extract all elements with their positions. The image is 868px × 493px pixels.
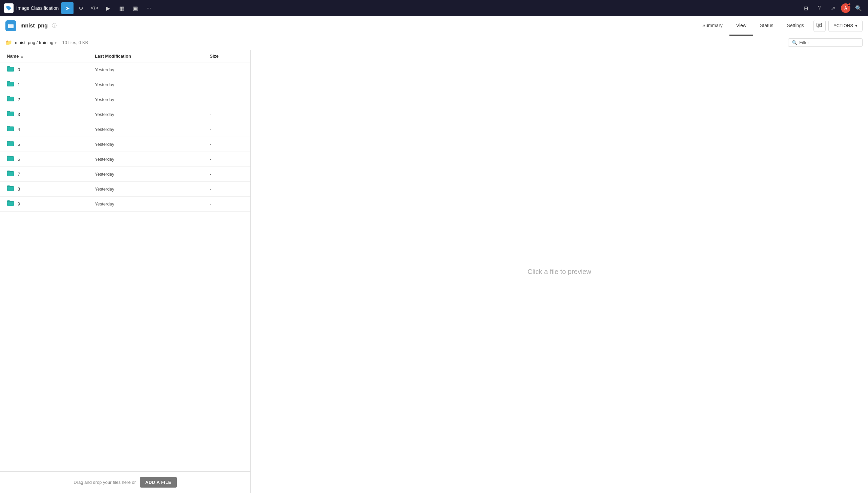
- file-modification: Yesterday: [95, 97, 210, 102]
- file-size: -: [210, 67, 244, 72]
- file-name: 6: [18, 157, 20, 162]
- nav-settings-btn[interactable]: ⚙: [75, 2, 87, 14]
- file-name-cell: 5: [7, 140, 95, 148]
- file-name: 4: [18, 127, 20, 132]
- project-icon: [5, 20, 16, 31]
- avatar[interactable]: A: [841, 3, 850, 13]
- table-row[interactable]: 5 Yesterday -: [0, 137, 250, 152]
- folder-icon: [7, 185, 14, 193]
- file-name: 7: [18, 172, 20, 177]
- file-name-cell: 8: [7, 185, 95, 193]
- table-row[interactable]: 8 Yesterday -: [0, 182, 250, 197]
- table-row[interactable]: 6 Yesterday -: [0, 152, 250, 167]
- file-modification: Yesterday: [95, 142, 210, 147]
- breadcrumb-chevron-icon: ▾: [55, 40, 57, 45]
- folder-icon: [7, 96, 14, 103]
- file-modification: Yesterday: [95, 82, 210, 87]
- svg-rect-1: [817, 23, 822, 27]
- table-row[interactable]: 1 Yesterday -: [0, 77, 250, 92]
- folder-icon: [7, 140, 14, 148]
- table-row[interactable]: 9 Yesterday -: [0, 197, 250, 212]
- notification-badge: [848, 3, 851, 6]
- file-name-cell: 2: [7, 96, 95, 103]
- trending-icon[interactable]: ↗: [827, 3, 838, 14]
- file-modification: Yesterday: [95, 186, 210, 192]
- table-row[interactable]: 7 Yesterday -: [0, 167, 250, 182]
- add-file-button[interactable]: ADD A FILE: [140, 477, 177, 488]
- table-row[interactable]: 2 Yesterday -: [0, 92, 250, 107]
- nav-view[interactable]: View: [729, 17, 753, 36]
- file-size: -: [210, 186, 244, 192]
- table-row[interactable]: 0 Yesterday -: [0, 62, 250, 77]
- drop-zone-label: Drag and drop your files here or: [74, 480, 136, 485]
- file-panel: Name ▲ Last Modification Size 0 Yesterda…: [0, 50, 251, 493]
- file-name-cell: 3: [7, 111, 95, 118]
- file-name: 3: [18, 112, 20, 117]
- folder-icon: [7, 125, 14, 133]
- col-header-modification: Last Modification: [95, 54, 210, 59]
- file-size: -: [210, 172, 244, 177]
- help-icon[interactable]: ?: [814, 3, 825, 14]
- actions-button[interactable]: ACTIONS ▾: [828, 20, 863, 32]
- nav-status[interactable]: Status: [753, 17, 780, 36]
- folder-icon: [7, 170, 14, 178]
- file-modification: Yesterday: [95, 172, 210, 177]
- folder-icon: [7, 81, 14, 88]
- col-header-name: Name ▲: [7, 54, 95, 59]
- sort-asc-icon: ▲: [20, 54, 24, 58]
- file-name: 2: [18, 97, 20, 102]
- file-size: -: [210, 112, 244, 117]
- preview-panel: Click a file to preview: [251, 50, 868, 493]
- filter-input[interactable]: [799, 40, 859, 45]
- nav-more-btn[interactable]: ···: [143, 2, 155, 14]
- logo-icon: [4, 3, 14, 13]
- file-size: -: [210, 157, 244, 162]
- filter-input-container[interactable]: 🔍: [788, 38, 863, 47]
- folder-icon: [7, 200, 14, 208]
- file-name-cell: 0: [7, 66, 95, 74]
- file-modification: Yesterday: [95, 157, 210, 162]
- folder-icon: [7, 111, 14, 118]
- col-header-size: Size: [210, 54, 244, 59]
- actions-chevron: ▾: [855, 23, 857, 28]
- breadcrumb-meta: 10 files, 0 KB: [62, 40, 88, 45]
- file-name: 9: [18, 201, 20, 206]
- table-header: Name ▲ Last Modification Size: [0, 50, 250, 62]
- file-name: 1: [18, 82, 20, 87]
- file-name-cell: 4: [7, 125, 95, 133]
- file-list: 0 Yesterday - 1 Yesterday - 2: [0, 62, 250, 471]
- search-icon[interactable]: 🔍: [853, 3, 864, 14]
- file-size: -: [210, 82, 244, 87]
- nav-layers-btn[interactable]: ▦: [116, 2, 128, 14]
- drop-zone: Drag and drop your files here or ADD A F…: [0, 471, 250, 493]
- file-size: -: [210, 97, 244, 102]
- grid-icon[interactable]: ⊞: [800, 3, 811, 14]
- folder-icon: [7, 155, 14, 163]
- file-modification: Yesterday: [95, 67, 210, 72]
- breadcrumb-bar: 📁 mnist_png / training ▾ 10 files, 0 KB …: [0, 35, 868, 50]
- table-row[interactable]: 4 Yesterday -: [0, 122, 250, 137]
- table-row[interactable]: 3 Yesterday -: [0, 107, 250, 122]
- nav-settings[interactable]: Settings: [780, 17, 811, 36]
- nav-right: ⊞ ? ↗ A 🔍: [800, 3, 864, 14]
- app-title: Image Classification: [16, 5, 59, 11]
- nav-arrow-btn[interactable]: ➤: [61, 2, 74, 14]
- project-info-icon[interactable]: ⓘ: [52, 23, 57, 29]
- preview-hint: Click a file to preview: [528, 268, 591, 276]
- filter-search-icon: 🔍: [792, 40, 797, 45]
- file-name-cell: 1: [7, 81, 95, 88]
- breadcrumb-path[interactable]: mnist_png / training ▾: [15, 40, 57, 45]
- file-name-cell: 9: [7, 200, 95, 208]
- file-modification: Yesterday: [95, 127, 210, 132]
- nav-play-btn[interactable]: ▶: [102, 2, 114, 14]
- header-nav: Summary View Status Settings ACTIONS ▾: [696, 16, 863, 35]
- main-content: Name ▲ Last Modification Size 0 Yesterda…: [0, 50, 868, 493]
- nav-code-btn[interactable]: </>: [88, 2, 101, 14]
- file-size: -: [210, 127, 244, 132]
- nav-summary[interactable]: Summary: [696, 17, 729, 36]
- chat-button[interactable]: [813, 20, 826, 32]
- logo: Image Classification: [4, 3, 59, 13]
- file-name: 5: [18, 142, 20, 147]
- nav-monitor-btn[interactable]: ▣: [129, 2, 141, 14]
- folder-icon: [7, 66, 14, 74]
